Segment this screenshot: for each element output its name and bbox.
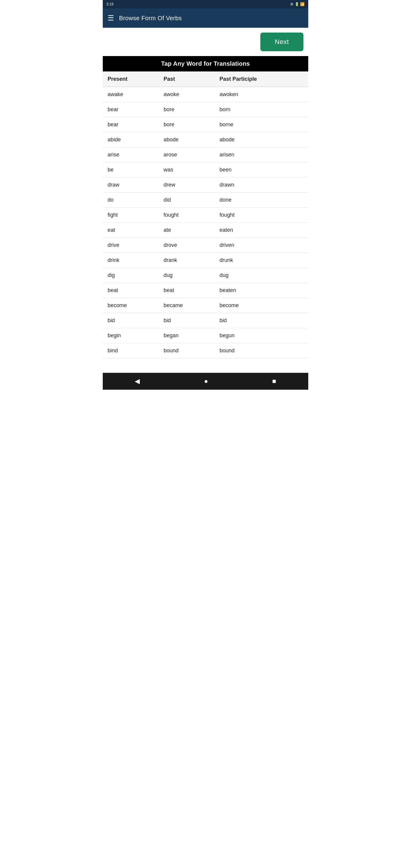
back-button[interactable]: ◀ [125,375,150,388]
table-row[interactable]: abide abode abode [103,132,308,147]
tap-banner: Tap Any Word for Translations [103,56,308,71]
verb-present[interactable]: arise [107,152,164,158]
verb-past[interactable]: dug [164,272,220,278]
table-row[interactable]: bear bore born [103,102,308,117]
verb-table: awake awoke awoken bear bore born bear b… [103,87,308,358]
verb-past[interactable]: drew [164,182,220,188]
verb-past-participle[interactable]: done [219,197,304,203]
verb-past[interactable]: arose [164,152,220,158]
verb-past-participle[interactable]: bid [219,317,304,324]
table-row[interactable]: begin began begun [103,328,308,343]
verb-past[interactable]: drank [164,257,220,264]
col-header-past: Past [164,76,220,82]
verb-past-participle[interactable]: beaten [219,287,304,293]
verb-present[interactable]: fight [107,212,164,218]
verb-present[interactable]: be [107,167,164,173]
recent-button[interactable]: ■ [262,375,286,388]
verb-past[interactable]: abode [164,136,220,143]
verb-present[interactable]: abide [107,136,164,143]
verb-past-participle[interactable]: dug [219,272,304,278]
table-row[interactable]: beat beat beaten [103,283,308,298]
col-header-present: Present [107,76,164,82]
status-icons: ⚙ 🔋 📶 [290,2,305,6]
verb-past-participle[interactable]: drunk [219,257,304,264]
table-header: Present Past Past Participle [103,71,308,87]
verb-past-participle[interactable]: awoken [219,91,304,98]
verb-past[interactable]: bore [164,106,220,113]
verb-past[interactable]: did [164,197,220,203]
verb-past[interactable]: beat [164,287,220,293]
verb-past-participle[interactable]: eaten [219,227,304,233]
verb-past[interactable]: began [164,333,220,339]
verb-past[interactable]: drove [164,242,220,248]
table-row[interactable]: dig dug dug [103,268,308,283]
verb-past-participle[interactable]: begun [219,333,304,339]
table-row[interactable]: eat ate eaten [103,223,308,238]
table-row[interactable]: awake awoke awoken [103,87,308,102]
status-bar: 3:19 ⚙ 🔋 📶 [103,0,308,8]
table-row[interactable]: fight fought fought [103,208,308,223]
verb-past[interactable]: bid [164,317,220,324]
top-bar: ☰ Browse Form Of Verbs [103,8,308,28]
verb-present[interactable]: bear [107,121,164,128]
verb-past-participle[interactable]: been [219,167,304,173]
table-row[interactable]: bear bore borne [103,117,308,132]
verb-present[interactable]: drink [107,257,164,264]
table-row[interactable]: become became become [103,298,308,313]
verb-past-participle[interactable]: become [219,302,304,309]
verb-present[interactable]: dig [107,272,164,278]
verb-past-participle[interactable]: fought [219,212,304,218]
verb-past[interactable]: was [164,167,220,173]
verb-past-participle[interactable]: driven [219,242,304,248]
verb-present[interactable]: beat [107,287,164,293]
verb-past[interactable]: awoke [164,91,220,98]
verb-past-participle[interactable]: born [219,106,304,113]
next-area: Next [103,28,308,56]
verb-past-participle[interactable]: drawn [219,182,304,188]
page-title: Browse Form Of Verbs [119,15,182,22]
verb-present[interactable]: do [107,197,164,203]
table-row[interactable]: drive drove driven [103,238,308,253]
verb-present[interactable]: drive [107,242,164,248]
verb-present[interactable]: become [107,302,164,309]
hamburger-icon[interactable]: ☰ [107,14,114,22]
spacer [103,358,308,366]
verb-present[interactable]: begin [107,333,164,339]
verb-past[interactable]: ate [164,227,220,233]
table-row[interactable]: arise arose arisen [103,147,308,162]
verb-present[interactable]: eat [107,227,164,233]
verb-past[interactable]: became [164,302,220,309]
verb-present[interactable]: bind [107,347,164,354]
col-header-past-participle: Past Participle [219,76,304,82]
verb-present[interactable]: draw [107,182,164,188]
table-row[interactable]: bid bid bid [103,313,308,328]
table-row[interactable]: drink drank drunk [103,253,308,268]
verb-past-participle[interactable]: bound [219,347,304,354]
verb-past[interactable]: bore [164,121,220,128]
home-button[interactable]: ● [194,375,218,388]
status-time: 3:19 [106,2,113,6]
verb-present[interactable]: awake [107,91,164,98]
verb-past[interactable]: fought [164,212,220,218]
verb-past-participle[interactable]: arisen [219,152,304,158]
verb-past-participle[interactable]: borne [219,121,304,128]
table-row[interactable]: bind bound bound [103,343,308,358]
verb-present[interactable]: bid [107,317,164,324]
bottom-nav: ◀ ● ■ [103,373,308,390]
table-row[interactable]: draw drew drawn [103,178,308,193]
verb-past[interactable]: bound [164,347,220,354]
verb-past-participle[interactable]: abode [219,136,304,143]
table-row[interactable]: do did done [103,193,308,208]
table-row[interactable]: be was been [103,162,308,178]
next-button[interactable]: Next [260,33,304,51]
verb-present[interactable]: bear [107,106,164,113]
